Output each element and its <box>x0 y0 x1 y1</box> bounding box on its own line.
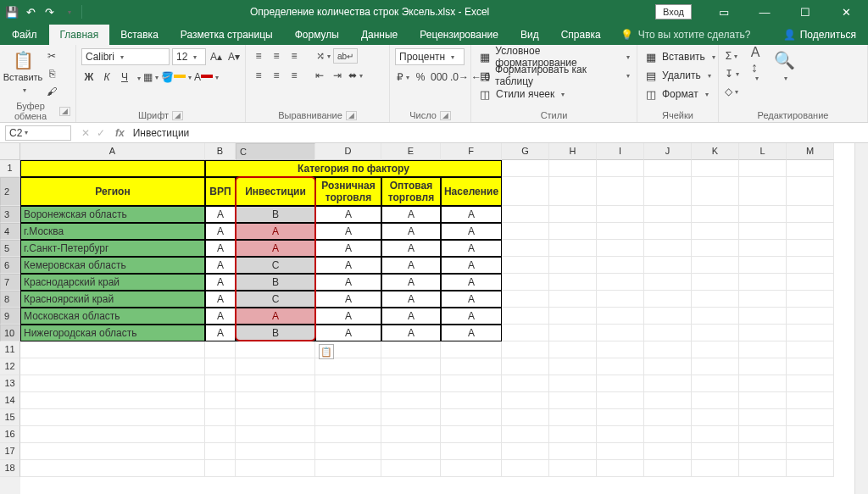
decrease-indent-icon[interactable]: ⇤ <box>312 68 327 83</box>
cell-B6[interactable]: A <box>205 257 236 274</box>
cell-E4[interactable]: A <box>381 223 441 240</box>
fx-icon[interactable]: fx <box>115 127 125 139</box>
cell-H13[interactable] <box>549 375 597 392</box>
cell-B11[interactable] <box>205 341 236 358</box>
cell-I7[interactable] <box>597 274 644 291</box>
row-header-3[interactable]: 3 <box>0 206 20 223</box>
cell-M5[interactable] <box>787 240 834 257</box>
paste-options-icon[interactable]: 📋 <box>319 344 334 359</box>
find-select-button[interactable]: 🔍 <box>771 48 797 84</box>
cell-I6[interactable] <box>597 257 644 274</box>
row-header-4[interactable]: 4 <box>0 223 20 240</box>
row-header-18[interactable]: 18 <box>0 460 20 477</box>
cell-K16[interactable] <box>692 426 739 443</box>
cell-C16[interactable] <box>236 426 315 443</box>
cell-K14[interactable] <box>692 392 739 409</box>
col-header-E[interactable]: E <box>381 143 441 160</box>
select-all-corner[interactable] <box>0 143 20 160</box>
align-center-icon[interactable]: ≡ <box>269 68 284 83</box>
borders-button[interactable]: ▦ <box>143 69 159 85</box>
cell-B9[interactable]: A <box>205 308 236 325</box>
cell-G6[interactable] <box>502 257 549 274</box>
font-color-button[interactable]: A <box>194 69 219 85</box>
cell-D7[interactable]: A <box>315 274 381 291</box>
cell-J15[interactable] <box>644 409 692 426</box>
cell-G3[interactable] <box>502 206 549 223</box>
cell-F18[interactable] <box>441 460 502 477</box>
cell-K12[interactable] <box>692 358 739 375</box>
category-header[interactable]: Категория по фактору <box>205 160 502 177</box>
row-header-2[interactable]: 2 <box>0 177 20 206</box>
row-header-11[interactable]: 11 <box>0 341 20 358</box>
cell-J10[interactable] <box>644 325 692 341</box>
cell-G15[interactable] <box>502 409 549 426</box>
cell-E13[interactable] <box>381 375 441 392</box>
cell-L12[interactable] <box>739 358 787 375</box>
cell-E17[interactable] <box>381 443 441 460</box>
col-header-G[interactable]: G <box>502 143 549 160</box>
ribbon-options-icon[interactable]: ▭ <box>707 6 741 19</box>
cell-B16[interactable] <box>205 426 236 443</box>
cell-B12[interactable] <box>205 358 236 375</box>
region-6[interactable]: Кемеровская область <box>20 257 205 274</box>
cell-L5[interactable] <box>739 240 787 257</box>
cell-F14[interactable] <box>441 392 502 409</box>
cell-B10[interactable]: A <box>205 325 236 341</box>
cell-B14[interactable] <box>205 392 236 409</box>
format-as-table-button[interactable]: ▤Форматировать как таблицу <box>476 67 632 84</box>
cell-J2[interactable] <box>644 177 692 206</box>
cell-F11[interactable] <box>441 341 502 358</box>
font-size-select[interactable]: 12 <box>172 48 206 65</box>
cell-K18[interactable] <box>692 460 739 477</box>
cell-K5[interactable] <box>692 240 739 257</box>
cell-M2[interactable] <box>787 177 834 206</box>
cell-H9[interactable] <box>549 308 597 325</box>
cell-H4[interactable] <box>549 223 597 240</box>
cell-F17[interactable] <box>441 443 502 460</box>
cell-A1[interactable] <box>20 160 205 177</box>
qat-customize-icon[interactable] <box>61 5 75 19</box>
cell-C12[interactable] <box>236 358 315 375</box>
cell-E16[interactable] <box>381 426 441 443</box>
cell-G16[interactable] <box>502 426 549 443</box>
row-header-9[interactable]: 9 <box>0 308 20 325</box>
cell-H11[interactable] <box>549 341 597 358</box>
cell-I15[interactable] <box>597 409 644 426</box>
cell-M16[interactable] <box>787 426 834 443</box>
col-header-M[interactable]: M <box>787 143 834 160</box>
tab-review[interactable]: Рецензирование <box>409 25 509 45</box>
cell-G5[interactable] <box>502 240 549 257</box>
font-launcher[interactable]: ◢ <box>172 111 183 120</box>
cell-G8[interactable] <box>502 291 549 308</box>
cell-K9[interactable] <box>692 308 739 325</box>
cell-M3[interactable] <box>787 206 834 223</box>
cell-E9[interactable]: A <box>381 308 441 325</box>
cell-L18[interactable] <box>739 460 787 477</box>
cell-G17[interactable] <box>502 443 549 460</box>
cell-G7[interactable] <box>502 274 549 291</box>
cell-M7[interactable] <box>787 274 834 291</box>
cell-A13[interactable] <box>20 375 205 392</box>
cell-I10[interactable] <box>597 325 644 341</box>
row-header-7[interactable]: 7 <box>0 274 20 291</box>
cell-C8[interactable]: C <box>236 291 315 308</box>
cell-L13[interactable] <box>739 375 787 392</box>
col-header-J[interactable]: J <box>644 143 692 160</box>
region-3[interactable]: Воронежская область <box>20 206 205 223</box>
row-header-17[interactable]: 17 <box>0 443 20 460</box>
cell-I16[interactable] <box>597 426 644 443</box>
cell-C14[interactable] <box>236 392 315 409</box>
cell-G12[interactable] <box>502 358 549 375</box>
number-launcher[interactable]: ◢ <box>440 111 451 120</box>
cell-G9[interactable] <box>502 308 549 325</box>
cell-H3[interactable] <box>549 206 597 223</box>
header-C[interactable]: Инвестиции <box>236 177 315 206</box>
autosum-icon[interactable]: Σ <box>724 48 739 64</box>
cell-E8[interactable]: A <box>381 291 441 308</box>
format-cells-button[interactable]: ◫Формат <box>643 86 710 103</box>
percent-format-icon[interactable]: % <box>413 69 428 85</box>
cell-E7[interactable]: A <box>381 274 441 291</box>
clipboard-launcher[interactable]: ◢ <box>59 107 70 116</box>
cell-J18[interactable] <box>644 460 692 477</box>
tab-file[interactable]: Файл <box>0 25 49 45</box>
